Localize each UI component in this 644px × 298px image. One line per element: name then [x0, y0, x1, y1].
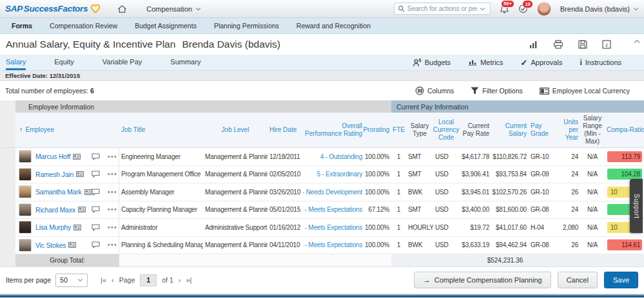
performance-rating-link[interactable]: 4 - Outstanding [303, 148, 364, 165]
employee-card-icon[interactable] [76, 171, 84, 177]
column-header-job-level[interactable]: Job Level [203, 113, 268, 147]
hire-date-cell: 05/01/2015 [268, 201, 303, 219]
page-number-input[interactable]: 1 [140, 274, 157, 286]
employee-name-link[interactable]: Marcus Hoff [35, 153, 70, 160]
table-row: Richard Maxx ••• Capacity Planning Manag… [0, 201, 644, 219]
column-header-local-currency-code[interactable]: Local Currency Code [433, 113, 459, 147]
columns-button[interactable]: Columns [415, 86, 454, 95]
user-menu[interactable]: Brenda Davis (bdavis) [560, 5, 639, 13]
prev-page-button[interactable]: ‹ [112, 276, 114, 284]
more-actions-button[interactable]: ••• [108, 241, 117, 248]
filter-options-button[interactable]: Filter Options [471, 87, 522, 95]
column-header-pay-grade[interactable]: Pay Grade [529, 113, 553, 147]
first-page-button[interactable]: |« [101, 276, 106, 284]
comment-bubble-icon[interactable] [92, 241, 100, 248]
column-header-current-pay-rate[interactable]: Current Pay Rate [459, 113, 491, 147]
more-actions-button[interactable]: ••• [108, 189, 117, 196]
table-row: Vic Stokes ••• Planning & Scheduling Man… [0, 237, 644, 255]
column-header-overall-performance-rating[interactable]: Overall Performance Rating [303, 113, 364, 147]
comment-bubble-icon[interactable] [92, 206, 100, 213]
column-header-salary-type[interactable]: Salary Type [406, 113, 433, 147]
performance-rating-link[interactable]: 3 - Meets Expectations [303, 237, 364, 254]
hire-date-cell: 01/16/2012 [268, 219, 303, 236]
job-level-cell: Management & Planning [203, 183, 268, 201]
more-actions-button[interactable]: ••• [108, 206, 117, 213]
tab-variable-pay[interactable]: Variable Pay [102, 55, 142, 70]
search-box[interactable] [394, 3, 491, 15]
next-page-button[interactable]: › [179, 276, 181, 284]
todo-button[interactable]: 19 [518, 4, 528, 14]
column-header-prorating[interactable]: Prorating [364, 113, 391, 147]
employee-local-currency-button[interactable]: Employee Local Currency [540, 87, 630, 95]
column-header-job-title[interactable]: Job Title [119, 113, 203, 147]
employee-name-link[interactable]: Vic Stokes [35, 241, 66, 249]
budgets-button[interactable]: $ Budgets [413, 59, 451, 67]
more-actions-button[interactable]: ••• [108, 224, 117, 231]
approvals-button[interactable]: ✓ Approvals [521, 58, 563, 68]
collapse-chevron-icon[interactable] [634, 39, 640, 44]
module-dropdown[interactable]: Compensation [146, 5, 201, 13]
notifications-button[interactable]: 50+ [500, 4, 509, 14]
comment-bubble-icon[interactable] [92, 153, 100, 160]
column-header-units-per-year[interactable]: Units per Year [553, 113, 580, 147]
employee-card-icon[interactable] [84, 189, 92, 195]
columns-icon [415, 86, 424, 95]
employee-name-link[interactable]: Samantha Mark [35, 188, 82, 196]
employee-card-icon[interactable] [73, 225, 81, 230]
table-left-gutter [0, 100, 15, 113]
search-input[interactable] [407, 5, 477, 12]
nav-item-planning-permissions[interactable]: Planning Permissions [214, 22, 279, 30]
column-header-compa-ratio[interactable]: Compa-Ratio [605, 113, 644, 147]
comment-bubble-icon[interactable] [92, 189, 100, 196]
items-per-page-select[interactable]: 50 [55, 274, 88, 287]
save-button[interactable]: Save [604, 272, 638, 288]
instructions-button[interactable]: i Instructions [580, 58, 621, 68]
nav-item-forms[interactable]: Forms [12, 22, 32, 30]
user-avatar[interactable] [537, 2, 551, 16]
current-pay-rate-cell: $3,945.01 [459, 183, 491, 201]
info-icon[interactable]: i [602, 40, 611, 49]
print-icon[interactable] [553, 40, 563, 49]
performance-rating-link[interactable]: 2 - Needs Development [303, 183, 364, 201]
tab-salary[interactable]: Salary [6, 55, 26, 70]
employee-card-icon[interactable] [68, 242, 76, 248]
last-page-button[interactable]: »| [186, 276, 191, 284]
search-chevron-icon[interactable] [480, 7, 485, 11]
column-header-employee[interactable]: ↑ Employee [15, 113, 119, 147]
performance-rating-link[interactable]: 5 - Extraordinary [303, 166, 364, 183]
employee-card-icon[interactable] [78, 207, 86, 212]
employee-card-icon[interactable] [73, 154, 81, 160]
check-icon: ✓ [521, 58, 528, 68]
column-header-salary-range[interactable]: Salary Range (Min - Max) [580, 113, 605, 147]
complete-compensation-planning-button[interactable]: → Complete Compensation Planning [414, 272, 551, 288]
fte-cell: 1 [391, 183, 406, 201]
employee-name-link[interactable]: Ramesh Jain [35, 171, 73, 178]
save-icon[interactable] [578, 40, 587, 49]
home-icon[interactable] [117, 5, 127, 14]
employee-name-link[interactable]: Richard Maxx [35, 206, 75, 214]
logo-product-text: SuccessFactors [24, 4, 88, 14]
comment-bubble-icon[interactable] [92, 224, 100, 231]
metrics-button[interactable]: Metrics [468, 59, 503, 66]
column-header-current-salary[interactable]: Current Salary [491, 113, 529, 147]
more-actions-button[interactable]: ••• [108, 171, 117, 178]
performance-rating-link[interactable]: 3 - Meets Expectations [303, 219, 364, 236]
tab-summary[interactable]: Summary [170, 55, 200, 70]
nav-item-compensation-review[interactable]: Compensation Review [50, 22, 117, 30]
sap-successfactors-logo[interactable]: SAP SuccessFactors [5, 4, 101, 14]
employee-name-link[interactable]: Lisa Murphy [35, 223, 71, 231]
column-header-fte[interactable]: FTE [391, 113, 406, 147]
job-level-cell: Management & Planning [203, 201, 268, 219]
fte-cell: 1 [391, 219, 406, 236]
column-header-hire-date[interactable]: Hire Date [268, 113, 303, 147]
comment-bubble-icon[interactable] [92, 171, 100, 178]
performance-rating-link[interactable]: 3 - Meets Expectations [303, 201, 364, 219]
nav-item-budget-assignments[interactable]: Budget Assignments [135, 22, 197, 30]
more-actions-button[interactable]: ••• [108, 153, 117, 160]
tab-equity[interactable]: Equity [54, 55, 74, 70]
support-tab[interactable]: Support [630, 179, 643, 233]
page-subject: Brenda Davis (bdavis) [182, 39, 280, 50]
cancel-button[interactable]: Cancel [558, 272, 598, 288]
chart-icon[interactable] [529, 41, 538, 49]
nav-item-reward-recognition[interactable]: Reward and Recognition [297, 22, 371, 30]
